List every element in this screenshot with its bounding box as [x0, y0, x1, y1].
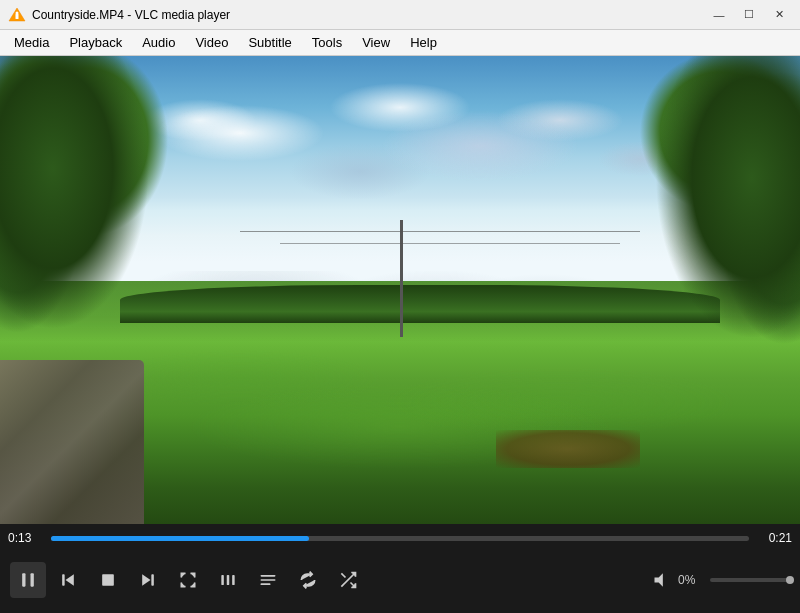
window-controls: — ☐ ✕ [706, 5, 792, 25]
menu-help[interactable]: Help [400, 33, 447, 52]
maximize-button[interactable]: ☐ [736, 5, 762, 25]
prev-icon [58, 570, 78, 590]
menu-audio[interactable]: Audio [132, 33, 185, 52]
stone-wall [0, 360, 144, 524]
close-button[interactable]: ✕ [766, 5, 792, 25]
progress-bar[interactable] [51, 536, 749, 541]
svg-rect-14 [261, 579, 276, 581]
menu-tools[interactable]: Tools [302, 33, 352, 52]
svg-rect-6 [62, 574, 64, 586]
svg-rect-9 [151, 574, 154, 586]
volume-button[interactable] [650, 562, 674, 598]
vlc-logo [8, 6, 26, 24]
power-lines [240, 220, 640, 337]
prev-button[interactable] [50, 562, 86, 598]
fullscreen-button[interactable] [170, 562, 206, 598]
svg-rect-13 [261, 575, 276, 577]
power-pole [400, 220, 403, 337]
menu-subtitle[interactable]: Subtitle [238, 33, 301, 52]
extended-settings-button[interactable] [210, 562, 246, 598]
earth-patch [496, 430, 640, 467]
power-line-2 [280, 243, 620, 244]
loop-button[interactable] [290, 562, 326, 598]
next-button[interactable] [130, 562, 166, 598]
svg-marker-16 [655, 573, 663, 586]
volume-knob [786, 576, 794, 584]
right-trees [640, 56, 800, 360]
volume-area: 0% [650, 562, 790, 598]
loop-icon [298, 570, 318, 590]
stop-icon [98, 570, 118, 590]
menu-playback[interactable]: Playback [59, 33, 132, 52]
power-line-1 [240, 231, 640, 232]
menu-bar: Media Playback Audio Video Subtitle Tool… [0, 30, 800, 56]
stop-button[interactable] [90, 562, 126, 598]
menu-media[interactable]: Media [4, 33, 59, 52]
svg-point-2 [16, 11, 19, 14]
menu-view[interactable]: View [352, 33, 400, 52]
pause-button[interactable] [10, 562, 46, 598]
volume-bar[interactable] [710, 578, 790, 582]
controls-bar: 0% [0, 552, 800, 607]
extended-icon [218, 570, 238, 590]
progress-area: 0:13 0:21 [0, 524, 800, 552]
shuffle-icon [338, 570, 358, 590]
minimize-button[interactable]: — [706, 5, 732, 25]
svg-rect-1 [16, 14, 19, 19]
window-title: Countryside.MP4 - VLC media player [32, 8, 706, 22]
svg-rect-7 [102, 574, 114, 586]
svg-rect-12 [232, 575, 235, 585]
current-time: 0:13 [8, 531, 43, 545]
volume-icon [652, 570, 672, 590]
fullscreen-icon [178, 570, 198, 590]
svg-rect-15 [261, 583, 271, 585]
volume-label: 0% [678, 573, 706, 587]
svg-marker-5 [66, 574, 74, 586]
menu-video[interactable]: Video [185, 33, 238, 52]
svg-rect-11 [227, 575, 230, 585]
pause-icon [18, 570, 38, 590]
progress-fill [51, 536, 309, 541]
playlist-icon [258, 570, 278, 590]
video-canvas [0, 56, 800, 524]
title-bar: Countryside.MP4 - VLC media player — ☐ ✕ [0, 0, 800, 30]
svg-rect-10 [221, 575, 224, 585]
shuffle-button[interactable] [330, 562, 366, 598]
video-area[interactable] [0, 56, 800, 524]
total-time: 0:21 [757, 531, 792, 545]
svg-rect-3 [22, 573, 25, 586]
svg-marker-8 [142, 574, 150, 586]
playlist-button[interactable] [250, 562, 286, 598]
next-icon [138, 570, 158, 590]
left-trees [0, 56, 176, 337]
svg-rect-4 [31, 573, 34, 586]
